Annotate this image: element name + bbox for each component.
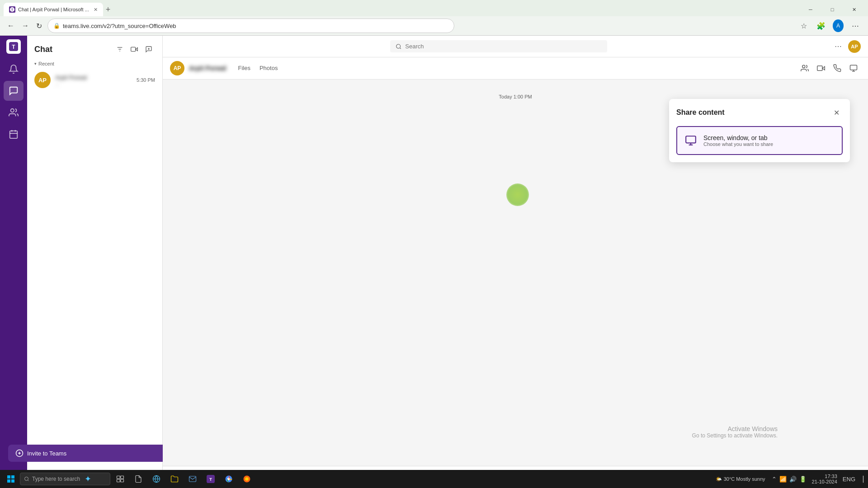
tab-files[interactable]: Files [234,63,254,74]
chat-item-preview: ... [55,81,132,86]
voice-call-button[interactable] [830,61,844,75]
svg-rect-42 [11,479,14,483]
taskbar-app-notes[interactable] [130,471,146,487]
share-content-popup: Share content ✕ Screen, window, or tab C… [669,99,850,162]
address-input[interactable] [63,23,448,29]
convo-name: Arpit Porwal [189,65,226,72]
video-button[interactable] [128,43,141,56]
taskbar-search-box[interactable]: Type here to search ✦ [20,473,110,485]
browser-profile-icon[interactable]: A [831,19,845,33]
active-tab[interactable]: T Chat | Arpit Porwal | Microsoft ... ✕ [4,3,103,16]
screen-share-button[interactable] [846,61,861,75]
tab-bar: T Chat | Arpit Porwal | Microsoft ... ✕ … [0,0,868,16]
address-input-box[interactable]: 🔒 [47,19,454,33]
language-indicator[interactable]: ENG [842,476,856,483]
system-tray: ⌃ 📶 🔊 🔋 [771,476,807,483]
profile-avatar: A [833,19,844,32]
svg-point-19 [396,44,401,48]
sidebar: T [0,36,27,488]
people-icon-button[interactable] [797,61,812,75]
share-option-text: Screen, window, or tab Choose what you w… [703,134,773,147]
close-button[interactable]: ✕ [844,3,864,16]
new-tab-button[interactable]: + [103,5,113,14]
svg-rect-5 [10,131,18,139]
sidebar-item-activity[interactable] [4,59,24,79]
bookmark-icon[interactable]: ☆ [797,19,811,33]
svg-rect-39 [7,475,10,479]
taskbar-app-firefox[interactable] [239,471,255,487]
taskbar-clock[interactable]: 17:33 21-10-2024 [809,474,840,484]
tray-expand-icon[interactable]: ⌃ [771,476,778,483]
lock-icon: 🔒 [53,23,60,29]
chat-list-item[interactable]: AP Arpit Porwal ... 5:30 PM [27,68,162,92]
top-bar: ⋯ AP [163,36,868,57]
svg-rect-23 [850,65,857,70]
sidebar-item-calendar[interactable] [4,124,24,144]
chat-item-time: 5:30 PM [137,77,155,83]
extensions-icon[interactable]: 🧩 [814,19,828,33]
show-desktop-button[interactable]: ▕ [858,476,864,483]
taskbar-app-chrome[interactable] [221,471,237,487]
teams-logo[interactable]: T [6,39,21,54]
top-more-button[interactable]: ⋯ [831,39,845,54]
sidebar-item-chat[interactable] [4,81,24,101]
search-icon [396,43,401,50]
clock-time: 17:33 [812,474,837,479]
browser-actions: ☆ 🧩 A ⋯ [797,19,863,33]
teams-app: T Chat [0,36,868,488]
taskbar-app-browser[interactable] [148,471,165,487]
svg-point-43 [25,477,28,481]
convo-tabs: Files Photos [234,63,281,74]
convo-name-area: Arpit Porwal [189,65,226,72]
svg-text:T: T [12,44,15,50]
maximize-button[interactable]: □ [822,3,843,16]
convo-header-right [797,61,861,75]
screen-share-icon [684,133,698,148]
minimize-button[interactable]: ─ [800,3,821,16]
svg-marker-12 [136,48,138,51]
address-bar: ← → ↻ 🔒 ☆ 🧩 A ⋯ [0,16,868,35]
filter-button[interactable] [113,43,126,56]
main-content: ⋯ AP AP Arpit Porwal Files Photos [163,36,868,488]
share-option-subtitle: Choose what you want to share [703,141,773,147]
svg-text:T: T [11,8,14,11]
tab-close-icon[interactable]: ✕ [94,7,98,13]
svg-marker-21 [822,66,825,70]
share-option-title: Screen, window, or tab [703,134,773,141]
back-button[interactable]: ← [5,20,16,32]
chat-panel: Chat ▾ Recent AP Arpit Porwal ... [27,36,163,488]
tab-photos[interactable]: Photos [256,63,281,74]
chat-item-info: Arpit Porwal ... [55,74,132,86]
svg-rect-40 [11,475,14,479]
user-avatar[interactable]: AP [848,40,861,53]
share-screen-option[interactable]: Screen, window, or tab Choose what you w… [676,126,843,155]
svg-rect-47 [121,479,124,482]
sidebar-item-teams[interactable] [4,103,24,122]
share-popup-header: Share content ✕ [676,106,843,119]
taskbar-right: 🌤️ 30°C Mostly sunny ⌃ 📶 🔊 🔋 17:33 21-10… [712,474,864,484]
more-options-icon[interactable]: ⋯ [848,19,863,33]
new-chat-button[interactable] [142,43,155,56]
svg-rect-45 [121,476,124,479]
share-close-button[interactable]: ✕ [830,106,843,119]
volume-icon[interactable]: 🔊 [788,476,797,483]
taskbar-app-taskview[interactable] [112,471,128,487]
taskbar-app-mail[interactable] [184,471,201,487]
taskbar-app-explorer[interactable] [166,471,183,487]
search-box[interactable] [390,40,607,52]
cursor-indicator [506,183,529,206]
video-call-button[interactable] [814,61,828,75]
reload-button[interactable]: ↻ [34,20,44,32]
convo-avatar: AP [170,61,184,75]
taskbar-app-teams[interactable]: T [203,471,219,487]
recent-label: ▾ Recent [27,59,162,68]
weather-widget[interactable]: 🌤️ 30°C Mostly sunny [712,476,769,482]
search-area [170,40,827,52]
search-input[interactable] [405,43,602,50]
forward-button[interactable]: → [20,20,31,32]
network-icon[interactable]: 📶 [778,476,788,483]
start-button[interactable] [4,472,18,486]
chat-item-avatar: AP [34,72,51,88]
taskbar-search-icon [24,476,29,482]
battery-icon[interactable]: 🔋 [798,476,807,483]
